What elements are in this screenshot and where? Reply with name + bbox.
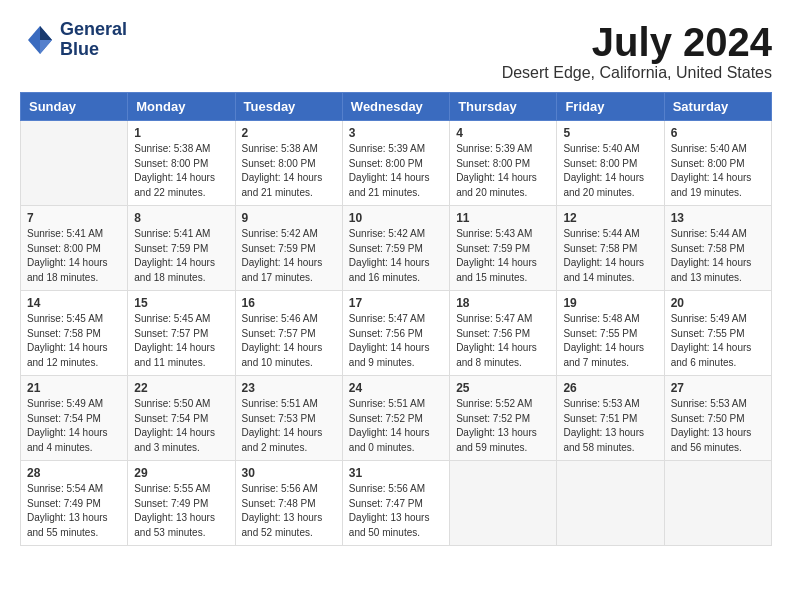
weekday-header-sunday: Sunday	[21, 93, 128, 121]
calendar-cell: 18Sunrise: 5:47 AM Sunset: 7:56 PM Dayli…	[450, 291, 557, 376]
day-info: Sunrise: 5:41 AM Sunset: 7:59 PM Dayligh…	[134, 227, 228, 285]
day-info: Sunrise: 5:47 AM Sunset: 7:56 PM Dayligh…	[349, 312, 443, 370]
calendar-cell: 13Sunrise: 5:44 AM Sunset: 7:58 PM Dayli…	[664, 206, 771, 291]
day-info: Sunrise: 5:38 AM Sunset: 8:00 PM Dayligh…	[242, 142, 336, 200]
calendar-cell: 28Sunrise: 5:54 AM Sunset: 7:49 PM Dayli…	[21, 461, 128, 546]
calendar-cell: 21Sunrise: 5:49 AM Sunset: 7:54 PM Dayli…	[21, 376, 128, 461]
calendar-cell: 31Sunrise: 5:56 AM Sunset: 7:47 PM Dayli…	[342, 461, 449, 546]
day-number: 12	[563, 211, 657, 225]
day-info: Sunrise: 5:40 AM Sunset: 8:00 PM Dayligh…	[563, 142, 657, 200]
calendar-cell: 2Sunrise: 5:38 AM Sunset: 8:00 PM Daylig…	[235, 121, 342, 206]
day-info: Sunrise: 5:50 AM Sunset: 7:54 PM Dayligh…	[134, 397, 228, 455]
calendar-cell	[21, 121, 128, 206]
location-title: Desert Edge, California, United States	[502, 64, 772, 82]
day-number: 2	[242, 126, 336, 140]
day-number: 3	[349, 126, 443, 140]
calendar-cell: 4Sunrise: 5:39 AM Sunset: 8:00 PM Daylig…	[450, 121, 557, 206]
weekday-header-saturday: Saturday	[664, 93, 771, 121]
day-info: Sunrise: 5:52 AM Sunset: 7:52 PM Dayligh…	[456, 397, 550, 455]
day-info: Sunrise: 5:44 AM Sunset: 7:58 PM Dayligh…	[671, 227, 765, 285]
day-number: 17	[349, 296, 443, 310]
day-number: 22	[134, 381, 228, 395]
day-info: Sunrise: 5:38 AM Sunset: 8:00 PM Dayligh…	[134, 142, 228, 200]
logo-line2: Blue	[60, 40, 127, 60]
calendar-cell: 30Sunrise: 5:56 AM Sunset: 7:48 PM Dayli…	[235, 461, 342, 546]
day-info: Sunrise: 5:49 AM Sunset: 7:55 PM Dayligh…	[671, 312, 765, 370]
day-number: 6	[671, 126, 765, 140]
day-info: Sunrise: 5:42 AM Sunset: 7:59 PM Dayligh…	[349, 227, 443, 285]
week-row-3: 14Sunrise: 5:45 AM Sunset: 7:58 PM Dayli…	[21, 291, 772, 376]
title-area: July 2024 Desert Edge, California, Unite…	[502, 20, 772, 82]
day-number: 5	[563, 126, 657, 140]
calendar-cell: 12Sunrise: 5:44 AM Sunset: 7:58 PM Dayli…	[557, 206, 664, 291]
day-info: Sunrise: 5:46 AM Sunset: 7:57 PM Dayligh…	[242, 312, 336, 370]
calendar-cell	[664, 461, 771, 546]
day-number: 18	[456, 296, 550, 310]
calendar-cell: 22Sunrise: 5:50 AM Sunset: 7:54 PM Dayli…	[128, 376, 235, 461]
day-number: 31	[349, 466, 443, 480]
day-number: 23	[242, 381, 336, 395]
header: General Blue July 2024 Desert Edge, Cali…	[20, 20, 772, 82]
day-number: 11	[456, 211, 550, 225]
svg-marker-3	[40, 40, 52, 54]
day-number: 9	[242, 211, 336, 225]
calendar-cell: 7Sunrise: 5:41 AM Sunset: 8:00 PM Daylig…	[21, 206, 128, 291]
calendar-cell	[450, 461, 557, 546]
day-number: 21	[27, 381, 121, 395]
calendar-cell: 27Sunrise: 5:53 AM Sunset: 7:50 PM Dayli…	[664, 376, 771, 461]
calendar-cell	[557, 461, 664, 546]
calendar-cell: 17Sunrise: 5:47 AM Sunset: 7:56 PM Dayli…	[342, 291, 449, 376]
logo-line1: General	[60, 20, 127, 40]
day-number: 19	[563, 296, 657, 310]
calendar-cell: 16Sunrise: 5:46 AM Sunset: 7:57 PM Dayli…	[235, 291, 342, 376]
calendar-cell: 11Sunrise: 5:43 AM Sunset: 7:59 PM Dayli…	[450, 206, 557, 291]
day-info: Sunrise: 5:39 AM Sunset: 8:00 PM Dayligh…	[456, 142, 550, 200]
day-info: Sunrise: 5:48 AM Sunset: 7:55 PM Dayligh…	[563, 312, 657, 370]
day-info: Sunrise: 5:55 AM Sunset: 7:49 PM Dayligh…	[134, 482, 228, 540]
day-number: 27	[671, 381, 765, 395]
day-info: Sunrise: 5:54 AM Sunset: 7:49 PM Dayligh…	[27, 482, 121, 540]
day-info: Sunrise: 5:53 AM Sunset: 7:50 PM Dayligh…	[671, 397, 765, 455]
calendar-cell: 14Sunrise: 5:45 AM Sunset: 7:58 PM Dayli…	[21, 291, 128, 376]
day-number: 20	[671, 296, 765, 310]
day-number: 10	[349, 211, 443, 225]
weekday-header-wednesday: Wednesday	[342, 93, 449, 121]
week-row-2: 7Sunrise: 5:41 AM Sunset: 8:00 PM Daylig…	[21, 206, 772, 291]
calendar-cell: 19Sunrise: 5:48 AM Sunset: 7:55 PM Dayli…	[557, 291, 664, 376]
day-number: 14	[27, 296, 121, 310]
logo-icon	[20, 22, 56, 58]
day-number: 15	[134, 296, 228, 310]
day-number: 28	[27, 466, 121, 480]
day-number: 24	[349, 381, 443, 395]
day-number: 7	[27, 211, 121, 225]
day-info: Sunrise: 5:47 AM Sunset: 7:56 PM Dayligh…	[456, 312, 550, 370]
calendar-cell: 29Sunrise: 5:55 AM Sunset: 7:49 PM Dayli…	[128, 461, 235, 546]
day-number: 25	[456, 381, 550, 395]
weekday-header-thursday: Thursday	[450, 93, 557, 121]
calendar-cell: 26Sunrise: 5:53 AM Sunset: 7:51 PM Dayli…	[557, 376, 664, 461]
calendar-cell: 9Sunrise: 5:42 AM Sunset: 7:59 PM Daylig…	[235, 206, 342, 291]
calendar-cell: 24Sunrise: 5:51 AM Sunset: 7:52 PM Dayli…	[342, 376, 449, 461]
day-info: Sunrise: 5:56 AM Sunset: 7:47 PM Dayligh…	[349, 482, 443, 540]
calendar-cell: 15Sunrise: 5:45 AM Sunset: 7:57 PM Dayli…	[128, 291, 235, 376]
calendar-cell: 8Sunrise: 5:41 AM Sunset: 7:59 PM Daylig…	[128, 206, 235, 291]
calendar-cell: 20Sunrise: 5:49 AM Sunset: 7:55 PM Dayli…	[664, 291, 771, 376]
calendar-cell: 3Sunrise: 5:39 AM Sunset: 8:00 PM Daylig…	[342, 121, 449, 206]
day-info: Sunrise: 5:56 AM Sunset: 7:48 PM Dayligh…	[242, 482, 336, 540]
week-row-5: 28Sunrise: 5:54 AM Sunset: 7:49 PM Dayli…	[21, 461, 772, 546]
week-row-1: 1Sunrise: 5:38 AM Sunset: 8:00 PM Daylig…	[21, 121, 772, 206]
day-info: Sunrise: 5:49 AM Sunset: 7:54 PM Dayligh…	[27, 397, 121, 455]
day-number: 8	[134, 211, 228, 225]
day-info: Sunrise: 5:40 AM Sunset: 8:00 PM Dayligh…	[671, 142, 765, 200]
day-info: Sunrise: 5:45 AM Sunset: 7:57 PM Dayligh…	[134, 312, 228, 370]
day-number: 29	[134, 466, 228, 480]
calendar-cell: 5Sunrise: 5:40 AM Sunset: 8:00 PM Daylig…	[557, 121, 664, 206]
day-info: Sunrise: 5:45 AM Sunset: 7:58 PM Dayligh…	[27, 312, 121, 370]
day-number: 30	[242, 466, 336, 480]
day-info: Sunrise: 5:53 AM Sunset: 7:51 PM Dayligh…	[563, 397, 657, 455]
calendar-cell: 23Sunrise: 5:51 AM Sunset: 7:53 PM Dayli…	[235, 376, 342, 461]
day-info: Sunrise: 5:44 AM Sunset: 7:58 PM Dayligh…	[563, 227, 657, 285]
day-info: Sunrise: 5:42 AM Sunset: 7:59 PM Dayligh…	[242, 227, 336, 285]
calendar: SundayMondayTuesdayWednesdayThursdayFrid…	[20, 92, 772, 546]
day-number: 13	[671, 211, 765, 225]
